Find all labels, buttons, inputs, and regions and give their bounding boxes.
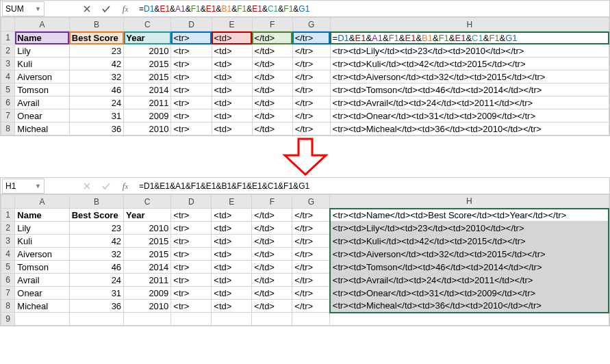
cell-F7[interactable]: </td>	[252, 109, 292, 122]
col-header-D[interactable]: D	[171, 195, 212, 209]
cell-C8[interactable]: 2010	[124, 300, 171, 313]
cell-G6[interactable]: </tr>	[292, 96, 330, 109]
cell-H4[interactable]: <tr><td>Aiverson</td><td>32</td><td>2015…	[330, 70, 609, 83]
cell-H9[interactable]	[330, 313, 609, 326]
cell-H2[interactable]: <tr><td>Lily</td><td>23</td><td>2010</td…	[330, 44, 609, 57]
cell-C5[interactable]: 2014	[124, 261, 171, 274]
cell-D8[interactable]: <tr>	[171, 300, 212, 313]
row-header[interactable]: 8	[1, 300, 15, 313]
cell-H6[interactable]: <tr><td>Avrail</td><td>24</td><td>2011</…	[330, 274, 609, 287]
cell-H8[interactable]: <tr><td>Micheal</td><td>36</td><td>2010<…	[330, 300, 609, 313]
col-header-E[interactable]: E	[212, 18, 252, 31]
cell-H2[interactable]: <tr><td>Lily</td><td>23</td><td>2010</td…	[330, 222, 609, 235]
cell-H1[interactable]: =D1&E1&A1&F1&E1&B1&F1&E1&C1&F1&G1	[330, 31, 609, 44]
cell-E7[interactable]: <td>	[212, 109, 252, 122]
cell-D6[interactable]: <tr>	[171, 96, 212, 109]
row-header[interactable]: 5	[1, 83, 15, 96]
cell-F5[interactable]: </td>	[252, 83, 292, 96]
cell-G6[interactable]: </tr>	[292, 274, 330, 287]
col-header-F[interactable]: F	[252, 18, 292, 31]
cell-H7[interactable]: <tr><td>Onear</td><td>31</td><td>2009</t…	[330, 109, 609, 122]
cell-B6[interactable]: 24	[69, 96, 123, 109]
cell-D8[interactable]: <tr>	[171, 122, 212, 135]
sheet-top[interactable]: ABCDEFGH1NameBest ScoreYear<tr><td></td>…	[1, 17, 609, 135]
cell-G7[interactable]: </tr>	[292, 287, 330, 300]
cell-B1[interactable]: Best Score	[69, 31, 123, 44]
cell-G3[interactable]: </tr>	[292, 57, 330, 70]
cell-E3[interactable]: <td>	[212, 235, 252, 248]
cell-B3[interactable]: 42	[69, 57, 123, 70]
cell-G5[interactable]: </tr>	[292, 83, 330, 96]
cell-C5[interactable]: 2014	[124, 83, 171, 96]
cell-A6[interactable]: Avrail	[15, 274, 69, 287]
col-header-C[interactable]: C	[124, 195, 171, 209]
cancel-icon[interactable]	[77, 179, 97, 194]
col-header-H[interactable]: H	[330, 195, 609, 209]
cell-A9[interactable]	[15, 313, 69, 326]
cell-G2[interactable]: </tr>	[292, 222, 330, 235]
cell-G9[interactable]	[292, 313, 330, 326]
cell-G3[interactable]: </tr>	[292, 235, 330, 248]
cell-A7[interactable]: Onear	[15, 287, 69, 300]
cell-B2[interactable]: 23	[69, 44, 123, 57]
cell-E3[interactable]: <td>	[212, 57, 252, 70]
cell-D3[interactable]: <tr>	[171, 235, 212, 248]
cell-A6[interactable]: Avrail	[15, 96, 69, 109]
row-header[interactable]: 5	[1, 261, 15, 274]
cell-B5[interactable]: 46	[69, 261, 123, 274]
enter-icon[interactable]	[97, 179, 116, 194]
cell-D2[interactable]: <tr>	[171, 222, 212, 235]
cell-B4[interactable]: 32	[69, 248, 123, 261]
sheet-bottom[interactable]: ABCDEFGH1NameBest ScoreYear<tr><td></td>…	[1, 194, 609, 326]
cell-G5[interactable]: </tr>	[292, 261, 330, 274]
select-all-corner[interactable]	[1, 195, 15, 209]
cell-C3[interactable]: 2015	[124, 235, 171, 248]
cell-A1[interactable]: Name	[15, 31, 69, 44]
name-box[interactable]: H1 ▼	[2, 179, 45, 194]
cell-E7[interactable]: <td>	[212, 287, 252, 300]
row-header[interactable]: 6	[1, 274, 15, 287]
cell-A7[interactable]: Onear	[15, 109, 69, 122]
cell-H8[interactable]: <tr><td>Micheal</td><td>36</td><td>2010<…	[330, 122, 609, 135]
row-header[interactable]: 4	[1, 248, 15, 261]
cell-F3[interactable]: </td>	[252, 235, 292, 248]
row-header[interactable]: 6	[1, 96, 15, 109]
cell-F8[interactable]: </td>	[252, 300, 292, 313]
cell-F5[interactable]: </td>	[252, 261, 292, 274]
cell-A4[interactable]: Aiverson	[15, 70, 69, 83]
col-header-E[interactable]: E	[212, 195, 252, 209]
cell-C3[interactable]: 2015	[124, 57, 171, 70]
cell-B7[interactable]: 31	[69, 109, 123, 122]
cell-F6[interactable]: </td>	[252, 274, 292, 287]
cell-A8[interactable]: Micheal	[15, 300, 69, 313]
cell-C7[interactable]: 2009	[124, 109, 171, 122]
col-header-D[interactable]: D	[171, 18, 212, 31]
col-header-G[interactable]: G	[292, 195, 330, 209]
cell-G4[interactable]: </tr>	[292, 248, 330, 261]
formula-input-bottom[interactable]: =D1&E1&A1&F1&E1&B1&F1&E1&C1&F1&G1	[135, 179, 609, 194]
cell-B9[interactable]	[69, 313, 123, 326]
row-header[interactable]: 8	[1, 122, 15, 135]
cell-F1[interactable]: </td>	[252, 209, 292, 222]
col-header-G[interactable]: G	[292, 18, 330, 31]
cell-C6[interactable]: 2011	[124, 274, 171, 287]
cell-C1[interactable]: Year	[124, 209, 171, 222]
row-header[interactable]: 1	[1, 209, 15, 222]
cell-A2[interactable]: Lily	[15, 222, 69, 235]
cell-D1[interactable]: <tr>	[171, 209, 212, 222]
row-header[interactable]: 2	[1, 222, 15, 235]
col-header-B[interactable]: B	[69, 195, 123, 209]
col-header-A[interactable]: A	[15, 18, 69, 31]
name-box[interactable]: SUM ▼	[2, 1, 45, 16]
cell-G1[interactable]: </tr>	[292, 209, 330, 222]
cell-D4[interactable]: <tr>	[171, 248, 212, 261]
cell-E5[interactable]: <td>	[212, 261, 252, 274]
row-header[interactable]: 7	[1, 287, 15, 300]
cell-A5[interactable]: Tomson	[15, 83, 69, 96]
cell-F8[interactable]: </td>	[252, 122, 292, 135]
cell-B2[interactable]: 23	[69, 222, 123, 235]
formula-input-top[interactable]: =D1&E1&A1&F1&E1&B1&F1&E1&C1&F1&G1	[135, 1, 609, 16]
cell-G2[interactable]: </tr>	[292, 44, 330, 57]
cell-G7[interactable]: </tr>	[292, 109, 330, 122]
cell-G8[interactable]: </tr>	[292, 300, 330, 313]
